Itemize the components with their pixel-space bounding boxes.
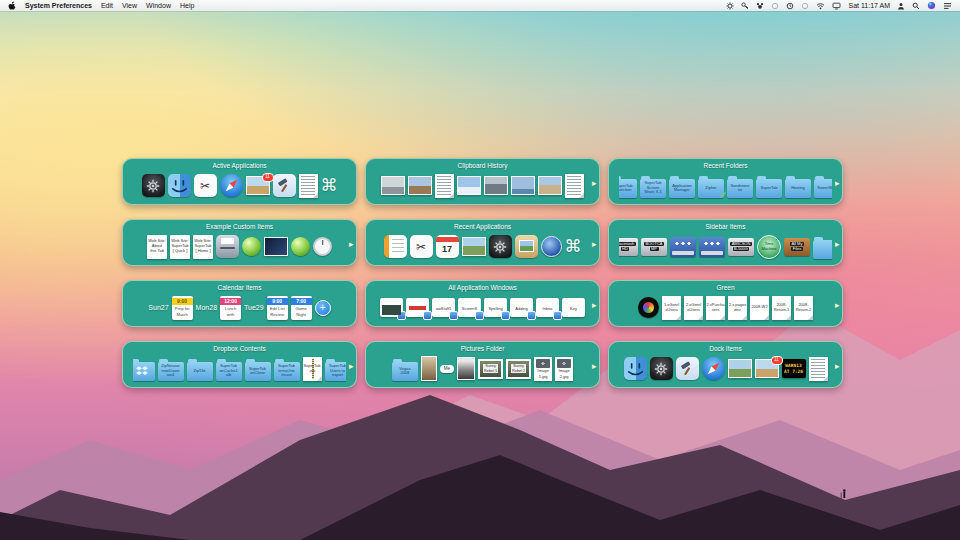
photos-app-icon[interactable] <box>728 359 752 378</box>
globe-icon[interactable] <box>242 237 261 256</box>
drive-icon[interactable]: BOOTCAMP <box>641 238 667 256</box>
window-thumbnail[interactable]: Adding <box>510 298 533 317</box>
image-file[interactable]: Image1.jpg <box>534 357 552 381</box>
add-event-button[interactable]: + <box>315 300 331 316</box>
user-icon[interactable] <box>897 2 905 10</box>
picture-alias[interactable]: Me <box>440 365 454 373</box>
document[interactable]: 2008-Return-1 <box>772 296 791 320</box>
folder[interactable]: SuperTab <box>756 174 782 198</box>
textedit-icon[interactable] <box>809 357 828 381</box>
folder[interactable]: SuperTabonCache1alb <box>216 357 242 381</box>
document[interactable]: 2008-W2 <box>750 296 769 320</box>
system-preferences-icon[interactable] <box>142 174 165 197</box>
space-image[interactable] <box>264 237 288 256</box>
notes-app-icon[interactable] <box>384 235 407 258</box>
clipboard-image[interactable] <box>511 176 535 195</box>
lcd-clock-icon[interactable]: WARN13AT 7:26 <box>782 359 806 378</box>
gear-icon[interactable] <box>726 2 734 10</box>
overflow-arrow-icon[interactable]: ▸ <box>835 362 840 371</box>
timer-icon[interactable] <box>313 237 332 256</box>
overflow-arrow-icon[interactable]: ▸ <box>349 362 354 371</box>
calendar-app-icon[interactable]: 17 <box>436 235 459 258</box>
calendar-event[interactable]: 7:00GameNight <box>291 296 312 320</box>
menu-clock[interactable]: Sat 11:17 AM <box>848 2 890 9</box>
safari-icon[interactable] <box>220 174 243 197</box>
spotlight-icon[interactable] <box>912 2 920 10</box>
clock-icon[interactable] <box>786 2 794 10</box>
folder[interactable]: Zipher✓ <box>698 174 724 198</box>
shared-server-icon[interactable] <box>699 237 725 257</box>
folder[interactable]: SuperTabternaOnentcast <box>274 357 300 381</box>
window-thumbnail[interactable]: awStuff1 <box>432 298 455 317</box>
window-thumbnail[interactable]: Key <box>562 298 585 317</box>
printer-icon[interactable] <box>216 235 239 258</box>
overflow-arrow-icon[interactable]: ▸ <box>592 240 597 249</box>
custom-item-card[interactable]: Web Site:SuperTab[ Quick ] <box>170 235 190 259</box>
folder[interactable]: ApplicationManager <box>669 174 695 198</box>
time-machine-icon[interactable]: TimeMachine <box>757 235 781 259</box>
command-key-icon[interactable]: ⌘ <box>565 238 582 255</box>
clipboard-image[interactable] <box>381 176 405 195</box>
drive-icon[interactable]: MacintoshHD <box>619 238 638 256</box>
folder[interactable]: Vegas2008 <box>392 357 418 381</box>
safari-icon[interactable] <box>702 357 725 380</box>
custom-item-card[interactable]: Web Site:Aboutthis Tab <box>147 235 167 259</box>
system-preferences-icon[interactable] <box>489 235 512 258</box>
menu-item[interactable]: Window <box>146 2 171 9</box>
calendar-event[interactable]: 9:00Edit ListReview <box>267 296 288 320</box>
custom-item-card[interactable]: Web Site:SuperTab[ Home ] <box>193 235 213 259</box>
clipboard-image[interactable] <box>538 176 562 195</box>
command-key-icon[interactable]: ⌘ <box>321 177 338 194</box>
document[interactable]: 2.x.pagesdev <box>728 296 747 320</box>
overflow-arrow-icon[interactable]: ▸ <box>835 179 840 188</box>
notification-icon[interactable] <box>943 2 952 10</box>
overflow-arrow-icon[interactable]: ▸ <box>835 240 840 249</box>
key-icon[interactable] <box>741 2 749 10</box>
folder[interactable]: SuperTabScreenShots X.1 <box>640 174 666 198</box>
folder[interactable]: Sandstonene <box>727 174 753 198</box>
circle-icon[interactable] <box>771 2 779 10</box>
globe-icon[interactable] <box>291 237 310 256</box>
drive-icon[interactable]: AMICSONB-500G <box>728 238 754 256</box>
window-thumbnail[interactable]: Inbox <box>536 298 559 317</box>
document[interactable]: 2.xPurchasers <box>706 296 725 320</box>
display-icon[interactable] <box>832 2 841 10</box>
menu-item[interactable]: Help <box>180 2 194 9</box>
grab-icon[interactable]: ✂ <box>410 235 433 258</box>
folder[interactable]: SuperTabUsers toexport <box>325 357 347 381</box>
shared-server-icon[interactable] <box>670 237 696 257</box>
xcode-icon[interactable] <box>273 174 296 197</box>
folder[interactable] <box>813 235 832 259</box>
clipboard-image[interactable] <box>457 176 481 195</box>
window-thumbnail[interactable]: ScreenS <box>458 298 481 317</box>
color-app-icon[interactable] <box>638 297 659 318</box>
document[interactable]: 1.xGenrlxUsers <box>662 296 681 320</box>
menu-item[interactable]: Edit <box>101 2 113 9</box>
image-app-icon[interactable] <box>515 235 538 258</box>
document[interactable]: 2008-Return-2 <box>794 296 813 320</box>
clipboard-image[interactable] <box>484 176 508 195</box>
dropbox-folder[interactable] <box>133 357 155 381</box>
circle-icon[interactable] <box>801 2 809 10</box>
overflow-arrow-icon[interactable]: ▸ <box>835 301 840 310</box>
image-file[interactable]: Image2.jpg <box>555 357 573 381</box>
menu-item[interactable]: View <box>122 2 137 9</box>
xcode-icon[interactable] <box>676 357 699 380</box>
grab-icon[interactable]: ✂ <box>194 174 217 197</box>
clipboard-text-clipping[interactable] <box>435 174 454 198</box>
folder[interactable]: SuperTabonClone <box>245 357 271 381</box>
siri-icon[interactable] <box>927 1 936 10</box>
preview-icon[interactable]: 11 <box>755 359 779 378</box>
finder-icon[interactable] <box>624 357 647 380</box>
system-preferences-icon[interactable] <box>650 357 673 380</box>
folder[interactable]: SuperTabJunction <box>619 174 637 198</box>
wifi-icon[interactable] <box>816 2 825 10</box>
drive-icon[interactable]: All MyFiles <box>784 238 810 256</box>
clipboard-text-clipping[interactable] <box>565 174 584 198</box>
folder[interactable]: ZipTile <box>187 357 213 381</box>
textedit-icon[interactable] <box>299 174 318 198</box>
menu-app-name[interactable]: System Preferences <box>25 2 92 9</box>
zip-archive[interactable]: SuperTab.zip <box>303 357 322 381</box>
framed-picture[interactable]: SunnyRebel 1 <box>478 359 503 379</box>
overflow-arrow-icon[interactable]: ▸ <box>592 362 597 371</box>
